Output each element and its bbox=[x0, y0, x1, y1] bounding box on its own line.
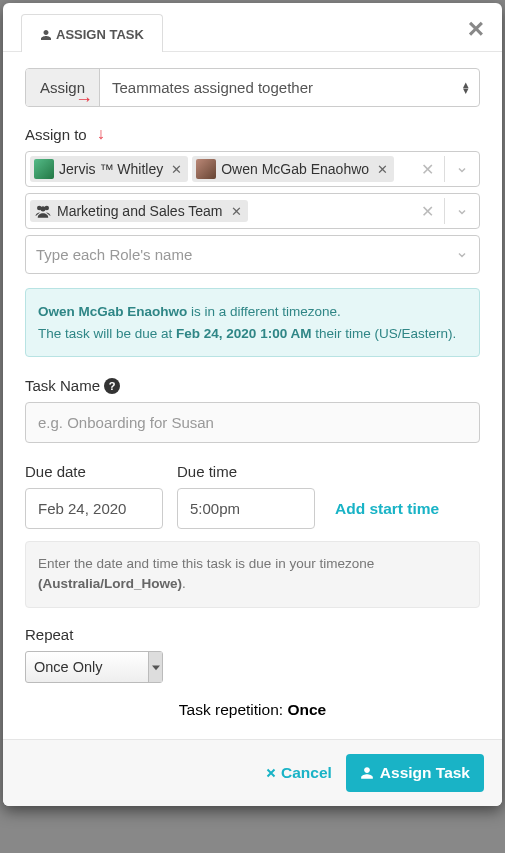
roles-placeholder: Type each Role's name bbox=[26, 236, 445, 273]
cancel-button[interactable]: Cancel bbox=[265, 764, 332, 782]
help-icon[interactable]: ? bbox=[104, 378, 120, 394]
person-icon bbox=[40, 29, 52, 41]
chevron-down-icon[interactable] bbox=[445, 202, 479, 220]
task-name-input[interactable]: e.g. Onboarding for Susan bbox=[25, 402, 480, 443]
close-icon bbox=[265, 767, 277, 779]
avatar bbox=[34, 159, 54, 179]
add-start-time-link[interactable]: Add start time bbox=[335, 500, 439, 529]
chip-label: Owen McGab Enaohwo bbox=[221, 161, 369, 177]
groups-multiselect[interactable]: Marketing and Sales Team ✕ ✕ bbox=[25, 193, 480, 229]
repeat-value: Once Only bbox=[34, 659, 103, 675]
group-chip[interactable]: Marketing and Sales Team ✕ bbox=[30, 200, 248, 222]
chip-remove-icon[interactable]: ✕ bbox=[377, 162, 388, 177]
tz-user: Owen McGab Enaohwo bbox=[38, 304, 187, 319]
updown-icon: ▴▾ bbox=[463, 81, 469, 94]
chip-label: Jervis ™ Whitley bbox=[59, 161, 163, 177]
teammates-multiselect[interactable]: Jervis ™ Whitley ✕ Owen McGab Enaohwo ✕ … bbox=[25, 151, 480, 187]
chevron-down-icon[interactable] bbox=[445, 246, 479, 264]
chip-remove-icon[interactable]: ✕ bbox=[171, 162, 182, 177]
group-icon bbox=[34, 203, 52, 219]
repeat-select[interactable]: Once Only bbox=[25, 651, 163, 683]
dropdown-caret-icon bbox=[148, 652, 162, 682]
due-time-label: Due time bbox=[177, 463, 315, 480]
chip-label: Marketing and Sales Team bbox=[57, 203, 223, 219]
modal-header: ASSIGN TASK × bbox=[3, 3, 502, 52]
clear-all-icon[interactable]: ✕ bbox=[411, 202, 444, 221]
teammate-chip[interactable]: Jervis ™ Whitley ✕ bbox=[30, 156, 188, 182]
timezone-notice: Owen McGab Enaohwo is in a different tim… bbox=[25, 288, 480, 357]
assign-mode-select[interactable]: Assign Teammates assigned together ▴▾ bbox=[25, 68, 480, 107]
svg-point-2 bbox=[40, 206, 45, 211]
due-date-col: Due date Feb 24, 2020 bbox=[25, 463, 163, 529]
assign-to-label: Assign to ↓ bbox=[25, 125, 480, 143]
groups-chips: Marketing and Sales Team ✕ bbox=[26, 194, 411, 228]
tab-assign-task[interactable]: ASSIGN TASK bbox=[21, 14, 163, 52]
roles-input[interactable]: Type each Role's name bbox=[25, 235, 480, 274]
modal-footer: Cancel Assign Task bbox=[3, 739, 502, 806]
person-icon bbox=[360, 766, 374, 780]
arrow-down-annotation: ↓ bbox=[97, 125, 105, 143]
modal-body: → Assign Teammates assigned together ▴▾ … bbox=[3, 52, 502, 739]
chevron-down-icon[interactable] bbox=[445, 160, 479, 178]
due-time-input[interactable]: 5:00pm bbox=[177, 488, 315, 529]
teammates-chips: Jervis ™ Whitley ✕ Owen McGab Enaohwo ✕ bbox=[26, 152, 411, 186]
teammate-chip[interactable]: Owen McGab Enaohwo ✕ bbox=[192, 156, 394, 182]
repeat-summary: Task repetition: Once bbox=[25, 701, 480, 719]
chip-remove-icon[interactable]: ✕ bbox=[231, 204, 242, 219]
clear-all-icon[interactable]: ✕ bbox=[411, 160, 444, 179]
close-icon[interactable]: × bbox=[468, 15, 484, 43]
assign-mode-value: Teammates assigned together ▴▾ bbox=[100, 69, 479, 106]
arrow-right-annotation: → bbox=[75, 89, 93, 110]
timezone-hint: Enter the date and time this task is due… bbox=[25, 541, 480, 608]
due-date-input[interactable]: Feb 24, 2020 bbox=[25, 488, 163, 529]
due-date-label: Due date bbox=[25, 463, 163, 480]
assign-task-button[interactable]: Assign Task bbox=[346, 754, 484, 792]
due-time-col: Due time 5:00pm bbox=[177, 463, 315, 529]
tab-label: ASSIGN TASK bbox=[56, 27, 144, 42]
task-name-label: Task Name ? bbox=[25, 377, 480, 394]
repeat-label: Repeat bbox=[25, 626, 480, 643]
tz-due: Feb 24, 2020 1:00 AM bbox=[176, 326, 311, 341]
avatar bbox=[196, 159, 216, 179]
assign-task-modal: ASSIGN TASK × → Assign Teammates assigne… bbox=[3, 3, 502, 806]
due-row: Due date Feb 24, 2020 Due time 5:00pm Ad… bbox=[25, 463, 480, 529]
